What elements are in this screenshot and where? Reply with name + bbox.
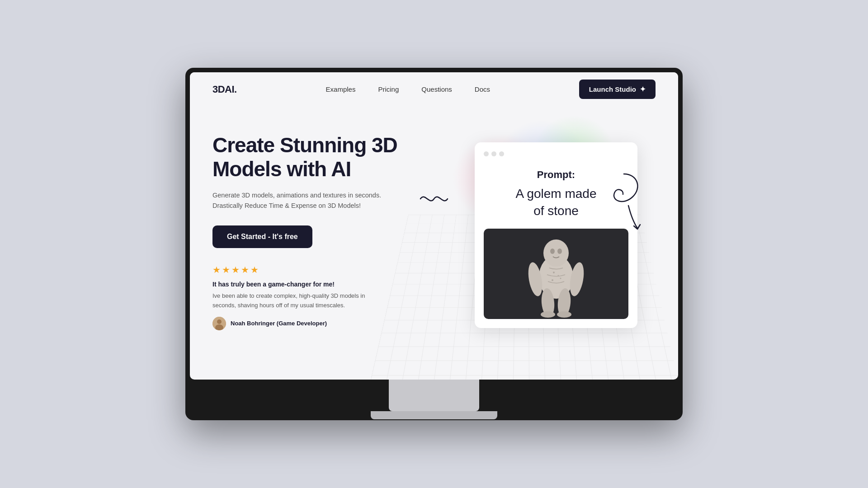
dot-green	[499, 151, 504, 156]
svg-point-1	[217, 319, 222, 324]
svg-point-5	[550, 249, 555, 254]
logo: 3DAI.	[212, 84, 237, 95]
monitor-base	[371, 411, 497, 419]
get-started-button[interactable]: Get Started - It's free	[212, 225, 312, 248]
monitor-frame: 3DAI. Examples Pricing Questions Docs La…	[185, 68, 683, 420]
sparkle-icon: ✦	[640, 85, 646, 94]
svg-point-16	[560, 278, 561, 279]
reviewer-name: Noah Bohringer (Game Developer)	[231, 320, 327, 327]
dot-red	[484, 151, 489, 156]
svg-point-6	[557, 249, 562, 254]
hero-subtitle: Generate 3D models, animations and textu…	[212, 190, 384, 211]
monitor-stand	[389, 380, 479, 411]
reviewer-avatar	[212, 317, 226, 330]
nav-examples[interactable]: Examples	[326, 85, 356, 93]
golem-model-icon	[520, 230, 592, 318]
review-text: Ive been able to create complex, high-qu…	[212, 291, 384, 310]
launch-studio-label: Launch Studio	[589, 85, 636, 93]
model-preview	[484, 229, 628, 319]
wavy-arrow-icon	[416, 188, 452, 210]
svg-point-11	[541, 311, 555, 318]
curved-arrow-icon	[601, 169, 646, 233]
monitor-screen: 3DAI. Examples Pricing Questions Docs La…	[190, 72, 678, 380]
browser-dots	[484, 151, 628, 156]
hero-right: Prompt: A golem made of stone	[429, 124, 656, 366]
svg-point-4	[543, 239, 569, 267]
svg-point-13	[553, 272, 555, 273]
star-rating: ★★★★★	[212, 264, 429, 275]
hero-title: Create Stunning 3D Models with AI	[212, 133, 429, 181]
svg-point-14	[558, 275, 559, 277]
nav-questions[interactable]: Questions	[421, 85, 452, 93]
review-title: It has truly been a game-changer for me!	[212, 281, 429, 288]
svg-point-15	[552, 279, 553, 281]
dot-yellow	[491, 151, 496, 156]
hero-left: Create Stunning 3D Models with AI Genera…	[212, 124, 429, 366]
nav-links: Examples Pricing Questions Docs	[326, 85, 490, 94]
hero-section: Create Stunning 3D Models with AI Genera…	[190, 106, 678, 380]
launch-studio-button[interactable]: Launch Studio ✦	[579, 80, 656, 99]
reviewer: Noah Bohringer (Game Developer)	[212, 317, 429, 330]
svg-point-12	[557, 311, 571, 318]
nav-docs[interactable]: Docs	[475, 85, 490, 93]
navbar: 3DAI. Examples Pricing Questions Docs La…	[190, 72, 678, 106]
nav-pricing[interactable]: Pricing	[378, 85, 399, 93]
